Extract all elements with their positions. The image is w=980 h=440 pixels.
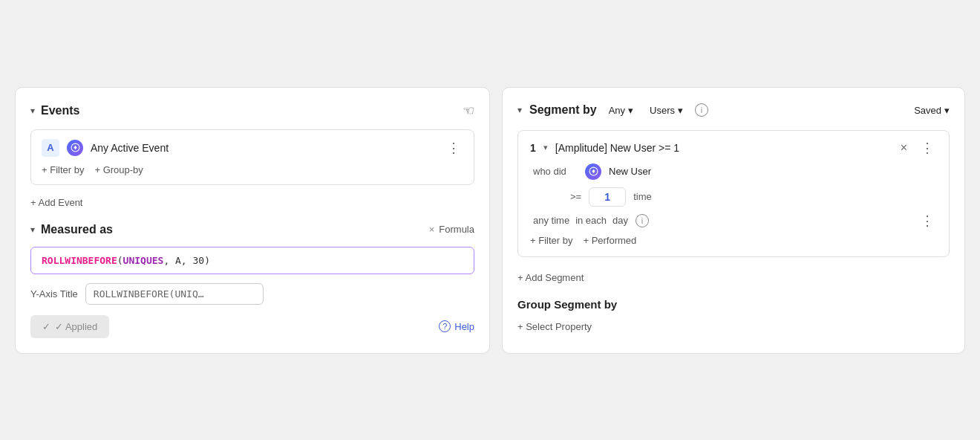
add-segment-button[interactable]: + Add Segment — [517, 268, 584, 288]
formula-editor[interactable]: ROLLWINBEFORE(UNIQUES, A, 30) — [30, 247, 474, 274]
saved-button[interactable]: Saved ▾ — [914, 105, 950, 116]
any-label: Any — [609, 105, 625, 116]
segment-by-title: Segment by — [529, 103, 597, 117]
group-segment-title: Group Segment by — [517, 298, 950, 311]
saved-label: Saved — [914, 105, 941, 116]
day-label: day — [612, 215, 628, 226]
events-title: Events — [41, 104, 79, 117]
applied-label: ✓ Applied — [55, 321, 97, 332]
segment-filter-by-button[interactable]: + Filter by — [530, 235, 572, 246]
group-by-button[interactable]: + Group-by — [94, 164, 143, 175]
amplitude-icon — [67, 140, 83, 156]
in-each-label: in each — [575, 215, 607, 226]
users-chevron-icon: ▾ — [678, 105, 683, 116]
users-label: Users — [650, 105, 675, 116]
applied-button: ✓ ✓ Applied — [30, 315, 109, 338]
check-icon: ✓ — [42, 321, 50, 332]
info-circle-icon[interactable]: i — [695, 103, 708, 117]
segment-num: 1 — [530, 142, 536, 154]
help-circle-icon: ? — [439, 320, 451, 332]
event-letter-badge: A — [42, 139, 59, 157]
cursor-icon: ☜ — [463, 103, 474, 119]
segment-item: 1 ▾ [Amplitude] New User >= 1 × ⋮ who di… — [517, 130, 950, 257]
who-did-label: who did — [533, 166, 578, 177]
filter-by-button[interactable]: + Filter by — [42, 164, 84, 175]
segment-item-chevron-icon[interactable]: ▾ — [543, 143, 548, 152]
event-kebab-button[interactable]: ⋮ — [444, 141, 463, 155]
segment-performed-button[interactable]: + Performed — [583, 235, 636, 246]
time-label: time — [633, 191, 652, 202]
gte-row: >= 1 time — [530, 187, 937, 207]
measured-title: Measured as — [41, 223, 113, 236]
add-event-button[interactable]: + Add Event — [30, 194, 82, 211]
any-time-label: any time — [533, 215, 569, 226]
saved-chevron-icon: ▾ — [944, 105, 950, 116]
formula-rollwin: ROLLWINBEFORE — [42, 255, 117, 266]
select-property-button[interactable]: + Select Property — [517, 318, 592, 335]
any-time-row: any time in each day i ⋮ — [530, 214, 937, 227]
time-value-box[interactable]: 1 — [589, 187, 626, 207]
gte-label: >= — [533, 191, 581, 202]
event-name: Any Active Event — [91, 142, 437, 154]
users-dropdown-button[interactable]: Users ▾ — [645, 103, 687, 118]
formula-close-paren: ) — [204, 255, 210, 266]
day-info-icon[interactable]: i — [636, 214, 649, 227]
who-did-row: who did New User — [530, 164, 937, 180]
formula-open-paren: ( — [117, 255, 123, 266]
right-panel: ▾ Segment by Any ▾ Users ▾ i Saved ▾ 1 ▾… — [502, 87, 965, 354]
any-time-kebab-button[interactable]: ⋮ — [918, 214, 937, 227]
segment-condition-title: [Amplitude] New User >= 1 — [555, 142, 890, 154]
formula-num: 30 — [193, 255, 205, 266]
events-section: ▾ Events ☜ A Any Active Event ⋮ — [30, 103, 474, 211]
yaxis-label: Y-Axis Title — [30, 288, 78, 300]
segment-amplitude-icon — [585, 164, 601, 180]
event-item: A Any Active Event ⋮ + Filter by + Group… — [30, 129, 474, 185]
help-label: Help — [454, 321, 474, 332]
formula-label: Formula — [439, 224, 474, 235]
help-link[interactable]: ? Help — [439, 320, 474, 332]
segment-actions: + Filter by + Performed — [530, 235, 937, 246]
any-chevron-icon: ▾ — [628, 105, 633, 116]
measured-chevron-icon[interactable]: ▾ — [30, 224, 35, 235]
segment-chevron-icon[interactable]: ▾ — [517, 105, 522, 115]
formula-uniques: UNIQUES — [123, 255, 164, 266]
formula-close-icon[interactable]: × — [429, 224, 435, 235]
events-chevron-icon[interactable]: ▾ — [30, 106, 35, 116]
segment-close-button[interactable]: × — [898, 141, 910, 155]
any-dropdown-button[interactable]: Any ▾ — [604, 103, 638, 118]
segment-header: ▾ Segment by Any ▾ Users ▾ i Saved ▾ — [517, 103, 950, 118]
yaxis-input[interactable] — [85, 283, 264, 305]
formula-comma-a: , A, — [163, 255, 192, 266]
segment-kebab-button[interactable]: ⋮ — [918, 141, 937, 155]
measured-section: ▾ Measured as × Formula ROLLWINBEFORE(UN… — [30, 223, 474, 338]
new-user-label: New User — [609, 166, 651, 177]
